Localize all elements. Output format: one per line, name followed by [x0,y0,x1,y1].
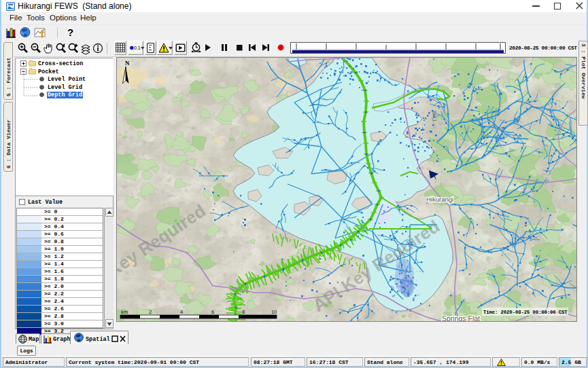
svg-text:?: ? [67,26,73,38]
svg-text:km: km [121,309,128,315]
svg-text:0.1: 0.1 [134,45,141,50]
svg-text:SH 1: SH 1 [431,111,438,122]
svg-text:Springs Flat: Springs Flat [442,314,480,322]
svg-text:6: 6 [211,309,214,315]
svg-text:N: N [125,60,130,67]
svg-text:8: 8 [242,309,245,315]
svg-text:10: 10 [271,309,277,315]
svg-text:Time: 2020-08-25 00:00:00 CST: Time: 2020-08-25 00:00:00 CST [483,310,568,315]
svg-text:Hikurangi: Hikurangi [426,196,453,203]
svg-text:4: 4 [180,309,183,315]
svg-text:2: 2 [149,309,152,315]
